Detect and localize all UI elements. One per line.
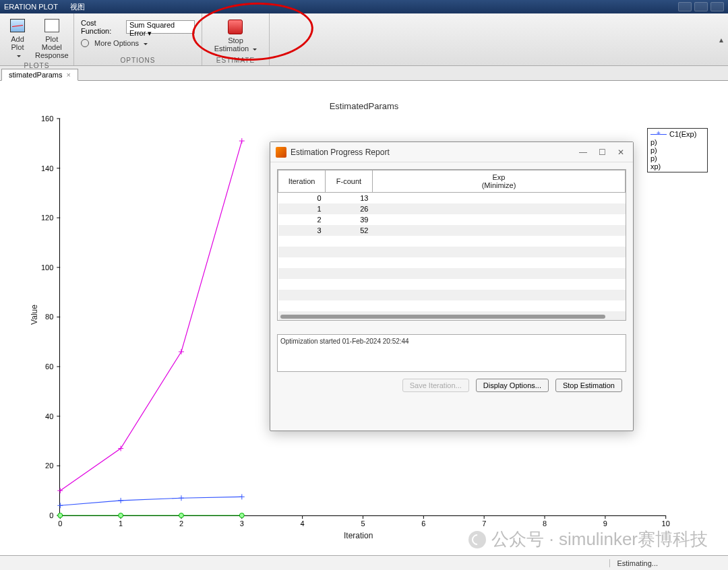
save-iteration-button: Save Iteration... xyxy=(402,379,469,392)
chart-title: EstimatedParams xyxy=(0,101,728,111)
stop-caret-icon xyxy=(251,44,257,53)
restore-icon[interactable] xyxy=(694,2,708,11)
model-response-icon xyxy=(44,19,59,32)
svg-text:5: 5 xyxy=(361,519,365,528)
col-iteration: Iteration xyxy=(278,170,326,193)
svg-text:120: 120 xyxy=(41,214,53,222)
table-row xyxy=(278,300,626,311)
col-exp: Exp (Minimize) xyxy=(373,170,626,193)
log-textarea[interactable]: Optimization started 01-Feb-2024 20:52:4… xyxy=(277,334,626,372)
stop-label1: Stop xyxy=(228,36,243,44)
section-options: Cost Function: Sum Squared Error ▾ More … xyxy=(74,13,202,65)
dialog-minimize-icon[interactable]: — xyxy=(576,148,590,157)
tab-close-icon[interactable]: × xyxy=(66,71,70,79)
dialog-close-icon[interactable]: ✕ xyxy=(614,148,628,157)
status-bar: Estimating... xyxy=(0,555,728,570)
svg-text:0: 0 xyxy=(58,519,62,528)
more-options-button[interactable]: More Options xyxy=(81,39,148,47)
matlab-icon xyxy=(276,147,286,158)
dialog-maximize-icon[interactable]: ☐ xyxy=(595,148,609,157)
table-row[interactable]: 239 xyxy=(278,214,626,225)
title-fragment: ERATION PLOT xyxy=(4,3,58,11)
cost-function-select[interactable]: Sum Squared Error ▾ xyxy=(126,20,195,34)
svg-text:6: 6 xyxy=(421,519,425,528)
h-scrollbar[interactable] xyxy=(280,315,605,319)
table-row xyxy=(278,247,626,257)
section-label-estimate: ESTIMATE xyxy=(202,55,269,65)
dialog-title: Estimation Progress Report xyxy=(291,148,576,157)
legend-label: p) xyxy=(650,146,657,154)
dialog-titlebar[interactable]: Estimation Progress Report — ☐ ✕ xyxy=(270,142,633,162)
legend-row: p) xyxy=(650,138,704,146)
legend-row: p) xyxy=(650,154,704,162)
svg-text:10: 10 xyxy=(662,519,670,528)
stop-estimation-button[interactable]: Stop Estimation xyxy=(212,18,260,54)
plot-model-label1: Plot Model xyxy=(35,35,69,51)
add-plot-button[interactable]: Add Plot xyxy=(7,16,28,61)
x-axis-label: Iteration xyxy=(344,531,373,540)
iteration-table-wrap[interactable]: Iteration F-count Exp (Minimize) 0131262… xyxy=(277,169,626,321)
dialog-buttons: Save Iteration... Display Options... Sto… xyxy=(277,372,626,392)
legend-row: p) xyxy=(650,146,704,154)
legend-marker-icon xyxy=(650,131,667,137)
cost-function-value: Sum Squared Error xyxy=(129,21,175,37)
svg-point-58 xyxy=(179,513,183,518)
svg-text:9: 9 xyxy=(603,519,607,528)
svg-text:0: 0 xyxy=(49,511,53,519)
table-row[interactable]: 352 xyxy=(278,225,626,236)
y-axis-label: Value xyxy=(30,305,39,325)
dialog-stop-estimation-button[interactable]: Stop Estimation xyxy=(555,379,622,392)
status-text: Estimating... xyxy=(609,559,665,567)
section-estimate: Stop Estimation ESTIMATE xyxy=(202,13,270,65)
svg-text:20: 20 xyxy=(45,462,53,470)
cost-function-row: Cost Function: Sum Squared Error ▾ xyxy=(81,19,195,35)
legend-label: xp) xyxy=(650,162,661,170)
toolstrip: Add Plot Plot Model Response PLOTS Cost … xyxy=(0,13,728,66)
display-options-button[interactable]: Display Options... xyxy=(476,379,549,392)
iteration-tbody: 013126239352 xyxy=(278,193,626,321)
section-plots: Add Plot Plot Model Response PLOTS xyxy=(0,13,74,65)
window-buttons xyxy=(678,2,724,11)
document-tabstrip: stimatedParams × xyxy=(0,66,728,81)
svg-text:160: 160 xyxy=(41,115,53,123)
col-fcount: F-count xyxy=(326,170,373,193)
svg-text:140: 140 xyxy=(41,164,53,172)
svg-text:7: 7 xyxy=(482,519,486,528)
svg-text:80: 80 xyxy=(45,313,53,321)
table-row xyxy=(278,279,626,290)
legend-label: C1(Exp) xyxy=(669,130,696,138)
plot-model-label2: Response xyxy=(35,51,69,59)
table-row xyxy=(278,257,626,268)
iteration-table: Iteration F-count Exp (Minimize) 0131262… xyxy=(278,170,626,321)
svg-text:60: 60 xyxy=(45,362,53,371)
dialog-body: Iteration F-count Exp (Minimize) 0131262… xyxy=(270,162,633,399)
app-titlebar: ERATION PLOT 视图 xyxy=(0,0,728,13)
min-icon[interactable] xyxy=(678,2,692,11)
toolstrip-collapse-icon[interactable]: ▴ xyxy=(715,13,728,65)
close-icon[interactable] xyxy=(710,2,724,11)
plot-model-response-button[interactable]: Plot Model Response xyxy=(32,16,71,61)
more-options-label: More Options xyxy=(94,39,139,47)
stop-icon xyxy=(228,20,243,34)
tab-estimatedparams[interactable]: stimatedParams × xyxy=(1,69,78,81)
legend-row: xp) xyxy=(650,162,704,170)
svg-text:2: 2 xyxy=(179,519,183,528)
table-row xyxy=(278,290,626,300)
svg-text:1: 1 xyxy=(119,519,123,528)
table-row[interactable]: 013 xyxy=(278,193,626,204)
estimation-progress-dialog[interactable]: Estimation Progress Report — ☐ ✕ Iterati… xyxy=(270,141,634,431)
legend[interactable]: C1(Exp) p) p) p) xp) xyxy=(647,128,708,172)
tab-label: stimatedParams xyxy=(9,71,62,79)
legend-label: p) xyxy=(650,154,657,162)
table-row[interactable]: 126 xyxy=(278,203,626,214)
svg-point-57 xyxy=(119,513,123,518)
more-options-caret-icon xyxy=(142,39,148,47)
legend-row: C1(Exp) xyxy=(650,130,704,138)
svg-point-56 xyxy=(58,513,63,518)
svg-text:100: 100 xyxy=(41,263,53,272)
menu-view[interactable]: 视图 xyxy=(70,3,85,11)
svg-text:8: 8 xyxy=(543,519,547,528)
legend-label: p) xyxy=(650,138,657,146)
gear-icon xyxy=(81,39,89,47)
svg-point-59 xyxy=(239,513,244,518)
